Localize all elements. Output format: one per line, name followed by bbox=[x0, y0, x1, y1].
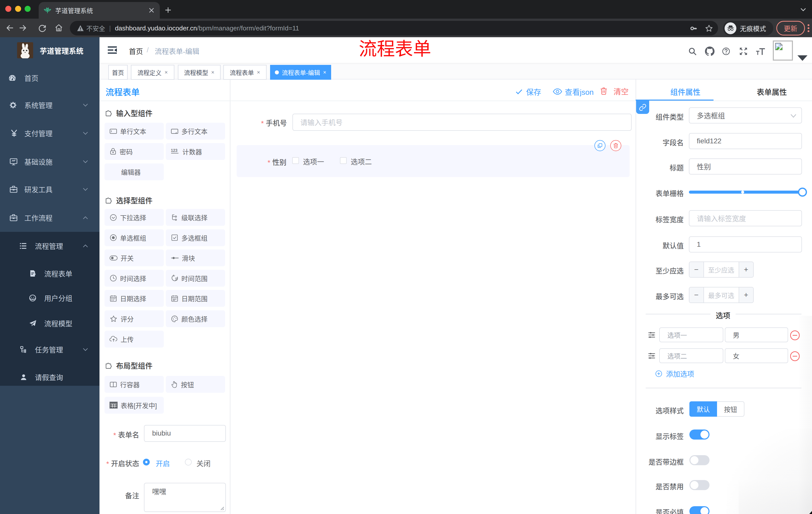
svg-text:123: 123 bbox=[171, 148, 178, 153]
